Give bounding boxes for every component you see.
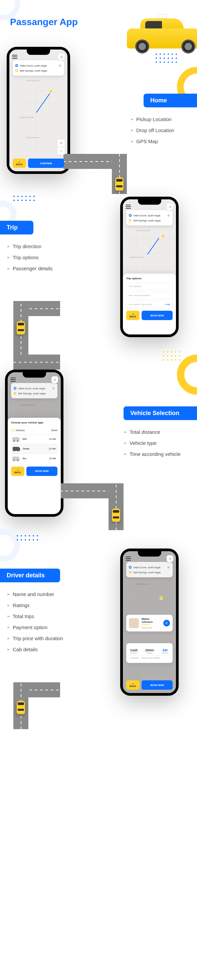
target-icon[interactable]: ⊕ [167, 566, 170, 569]
street-label: Laprix Harbor Ave [136, 229, 150, 231]
dropoff-pin-icon [129, 571, 132, 574]
pickup-pin-icon [14, 387, 16, 390]
panel-title: Trip options [126, 277, 173, 280]
passengers-input[interactable]: How many passengers? [126, 292, 173, 299]
pickup-text: Hales Grove, south vegas [134, 566, 161, 569]
duration-label: Duration [145, 652, 154, 654]
payment-col: CashPayment [130, 649, 137, 654]
cab-details: Cab details Honda | Amaze | NG2501 [129, 655, 170, 660]
pickup-row[interactable]: Hales Grove, south vegas⊕ [14, 386, 55, 391]
car-icon [13, 437, 20, 441]
phone-home: Laprix Harbor Ave Sapphire Cove Ave Pala… [7, 47, 70, 174]
feature-item: Trip direction [7, 241, 67, 252]
feature-item: Total trips [7, 611, 80, 622]
favorite-icon[interactable]: ☆ [167, 204, 173, 210]
vehicle-features: Total distance Vehicle type Time accordi… [123, 426, 190, 460]
book-now-button[interactable]: BOOK NOW [142, 311, 173, 320]
vehicle-name: Sedan [23, 447, 29, 450]
continue-button[interactable]: CONTINUE [28, 159, 64, 168]
menu-icon[interactable] [12, 55, 17, 59]
menu-icon[interactable] [126, 205, 131, 209]
book-now-button[interactable]: BOOK NOW [142, 680, 173, 690]
vehicle-option[interactable]: Mini 12 min [11, 434, 57, 444]
panel-title: Choose your vehicle type [11, 421, 57, 424]
pickup-row[interactable]: Hales Grove, south vegas⊕ [15, 63, 61, 68]
phone-driver: Laprix Harbor Ave ☆ Hales Grove, south v… [120, 549, 179, 696]
street-label: Palace Estate Ave [26, 137, 40, 138]
dropoff-row[interactable]: Bell Srprings, south vegas [15, 68, 61, 73]
home-features: Pickup Location Drop off Location GPS Ma… [130, 114, 190, 147]
location-card: Hales Grove, south vegas⊕ Bell Srprings,… [11, 383, 57, 398]
vehicle-time: 12 min [49, 438, 56, 440]
location-card: Hales Grove, south vegas⊕ Bell Srprings,… [126, 562, 173, 577]
price-col: $40Trip Price [162, 649, 169, 654]
menu-icon[interactable] [126, 557, 131, 561]
favorite-icon[interactable]: ☆ [167, 555, 173, 562]
trip-count: Total trip 84 [142, 627, 161, 629]
pickup-row[interactable]: Hales Grove, south vegas⊕ [129, 213, 170, 218]
feature-item: Payment option [7, 622, 80, 633]
call-button[interactable]: ✆ [163, 620, 170, 627]
feature-item: Total distance [123, 426, 190, 438]
car-icon [13, 457, 20, 461]
decoration [17, 535, 38, 541]
duration-col: 23minDuration [145, 649, 154, 654]
feature-item: Vehicle type [123, 438, 190, 449]
decoration [13, 196, 35, 201]
driver-avatar [129, 618, 139, 628]
trip-summary-card: CashPayment 23minDuration $40Trip Price … [126, 643, 173, 663]
back-button[interactable]: < BACK [13, 159, 26, 168]
pickup-row[interactable]: Hales Grove, south vegas⊕ [129, 565, 170, 570]
decoration [0, 528, 20, 562]
menu-icon[interactable] [10, 378, 16, 382]
distance-row: Distance 10 km [11, 427, 57, 434]
feature-item: GPS Map [130, 136, 190, 147]
distance-label: Distance [16, 429, 25, 431]
dropoff-pin-icon [14, 392, 16, 395]
dropoff-text: Bell Srprings, south vegas [134, 571, 161, 574]
back-button[interactable]: < BACK [11, 466, 24, 476]
street-label: Sapphire Cove Ave [19, 116, 34, 118]
feature-item: Trip options [7, 252, 67, 263]
target-icon[interactable]: ⊕ [167, 214, 170, 217]
location-card: Hales Grove, south vegas⊕ Bell Srprings,… [126, 210, 173, 226]
zoom-controls: + − [57, 140, 65, 154]
payment-value: Cash [130, 649, 137, 652]
book-now-button[interactable]: BOOK NOW [26, 466, 57, 476]
children-input[interactable]: Any children? Age of child+ Add [126, 301, 173, 308]
feature-item: Ratings [7, 600, 80, 611]
taxi-icon [115, 177, 123, 191]
vehicle-time: 12 min [49, 447, 56, 450]
vehicle-option[interactable]: Sedan 12 min [11, 444, 57, 454]
dropoff-row[interactable]: Bell Srprings, south vegas [129, 218, 170, 223]
notch [27, 49, 50, 55]
vehicle-option[interactable]: Suv 12 min [11, 454, 57, 463]
zoom-in-button[interactable]: + [57, 140, 65, 147]
back-button[interactable]: < BACK [126, 311, 140, 320]
add-link[interactable]: + Add [164, 303, 170, 305]
page: Passanger App Laprix Harbor Ave Sapphire… [0, 0, 197, 980]
pickup-text: Hales Grove, south vegas [18, 387, 46, 390]
phone-trip: Laprix Harbor Ave Sapphire Cove Ave ☆ Ha… [120, 197, 179, 337]
taxi-icon [112, 508, 120, 522]
back-button[interactable]: < BACK [126, 680, 140, 690]
road [109, 483, 123, 530]
zoom-out-button[interactable]: − [57, 147, 65, 154]
pickup-pin-icon [15, 64, 18, 67]
dropoff-row[interactable]: Bell Srprings, south vegas [14, 391, 55, 396]
favorite-icon[interactable]: ☆ [58, 54, 65, 60]
vehicle-panel: Choose your vehicle type Distance 10 km … [8, 418, 61, 514]
target-icon[interactable]: ⊕ [59, 64, 61, 67]
trip-objective-input[interactable]: Trip Objective [126, 283, 173, 290]
notch [23, 372, 46, 378]
distance-icon [11, 429, 14, 432]
target-icon[interactable]: ⊕ [52, 387, 55, 390]
duration-value: 23min [145, 649, 154, 652]
notch [138, 551, 161, 557]
distance-value: 10 km [51, 429, 57, 431]
location-card: Hales Grove, south vegas⊕ Bell Srprings,… [13, 60, 64, 76]
dropoff-row[interactable]: Bell Srprings, south vegas [129, 570, 170, 574]
dropoff-text: Bell Srprings, south vegas [20, 70, 47, 72]
favorite-icon[interactable]: ☆ [51, 376, 58, 383]
pickup-text: Hales Grove, south vegas [20, 65, 47, 67]
